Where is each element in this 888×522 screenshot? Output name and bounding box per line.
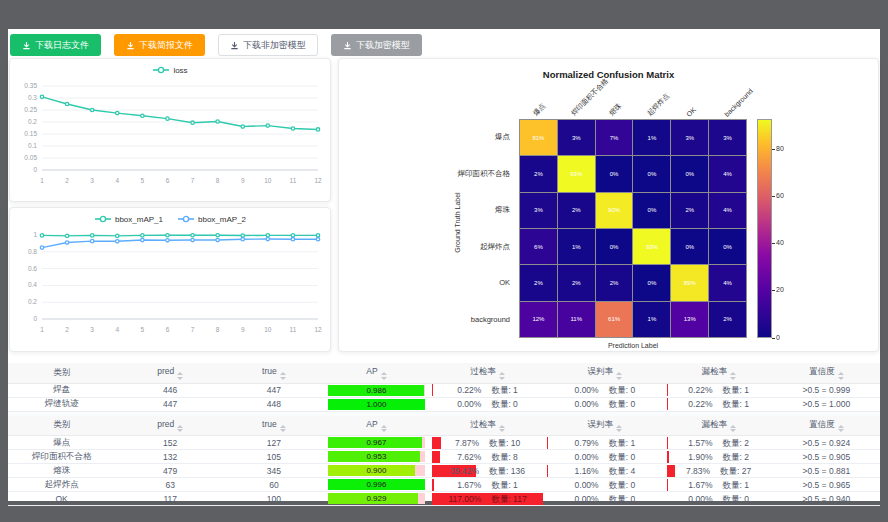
svg-text:6: 6 <box>166 326 170 333</box>
svg-text:6: 6 <box>166 177 170 184</box>
cell-pred: 447 <box>115 397 225 411</box>
column-header: AP <box>323 363 430 383</box>
misjudge-rate-bar: 0.79%数量: 1 <box>547 437 662 449</box>
matrix-row-labels: 爆点焊印面积不合格熔珠起焊炸点OKbackground <box>339 119 515 338</box>
miss-rate-bar: 1.90%数量: 2 <box>667 451 771 463</box>
colorbar-tick: 0 <box>776 334 780 341</box>
column-header: pred <box>115 416 225 436</box>
cell-true: 127 <box>225 436 323 450</box>
sort-caret[interactable] <box>499 372 505 380</box>
table-row: 熔珠4793450.90039.42%数量: 1361.16%数量: 47.83… <box>8 464 880 478</box>
svg-text:0.8: 0.8 <box>28 248 37 255</box>
cell-ap: 0.967 <box>323 436 430 450</box>
colorbar <box>757 119 772 338</box>
download-report-button[interactable]: 下载简报文件 <box>114 34 205 56</box>
confusion-matrix-grid: 81%3%7%1%3%3%2%93%0%0%0%4%3%2%90%0%2%4%6… <box>519 119 747 338</box>
cell-over-rate: 0.22%数量: 1 <box>430 383 545 397</box>
sort-caret[interactable] <box>280 425 286 433</box>
sort-caret[interactable] <box>280 372 286 380</box>
matrix-cell: 0% <box>633 193 670 228</box>
column-header: 漏检率 <box>665 416 773 436</box>
misjudge-rate-bar: 0.00%数量: 0 <box>547 384 662 396</box>
cell-over-rate: 39.42%数量: 136 <box>430 464 545 478</box>
misjudge-rate-bar: 0.00%数量: 0 <box>547 479 662 491</box>
column-header: 置信度 <box>773 363 880 383</box>
svg-text:9: 9 <box>241 177 245 184</box>
over-rate-bar: 0.00%数量: 0 <box>432 398 543 410</box>
line-series-icon <box>94 215 112 223</box>
svg-text:9: 9 <box>241 326 245 333</box>
svg-text:10: 10 <box>264 326 272 333</box>
cell-pred: 63 <box>115 478 225 492</box>
svg-text:5: 5 <box>141 326 145 333</box>
matrix-cell: 0% <box>671 156 708 191</box>
matrix-cell: 3% <box>558 120 595 155</box>
sort-caret[interactable] <box>616 372 622 380</box>
matrix-column-label: 熔珠 <box>607 101 624 118</box>
chart-legend: bbox_mAP_1bbox_mAP_2 <box>10 211 330 227</box>
sort-caret[interactable] <box>730 372 736 380</box>
ap-bar: 0.967 <box>328 437 425 448</box>
miss-rate-bar: 1.67%数量: 1 <box>667 479 771 491</box>
sort-caret[interactable] <box>177 425 183 433</box>
table-row: 焊印面积不合格1321050.9537.62%数量: 80.00%数量: 01.… <box>8 450 880 464</box>
sort-caret[interactable] <box>616 425 622 433</box>
loss-chart-card: loss 00.050.10.150.20.250.30.35123456789… <box>9 58 331 202</box>
cell-misjudge-rate: 0.00%数量: 0 <box>545 397 664 411</box>
cell-misjudge-rate: 0.00%数量: 0 <box>545 478 664 492</box>
svg-text:8: 8 <box>216 326 220 333</box>
map-line-chart: 00.20.40.60.81123456789101112 <box>10 227 330 347</box>
matrix-cell: 3% <box>671 120 708 155</box>
matrix-cell: 13% <box>671 302 708 337</box>
cell-pred: 446 <box>115 383 225 397</box>
legend-item[interactable]: loss <box>152 66 187 75</box>
svg-text:4: 4 <box>115 326 119 333</box>
matrix-cell: 2% <box>671 193 708 228</box>
cell-confidence: >0.5 = 0.924 <box>773 436 880 450</box>
colorbar-tick: 40 <box>776 239 784 246</box>
cell-miss-rate: 7.83%数量: 27 <box>665 464 773 478</box>
svg-text:0.15: 0.15 <box>24 130 37 137</box>
svg-text:4: 4 <box>115 177 119 184</box>
column-header: 误判率 <box>545 363 664 383</box>
download-icon <box>230 41 239 50</box>
cell-class: 焊盘 <box>8 383 115 397</box>
sort-caret[interactable] <box>838 372 844 380</box>
matrix-cell: 1% <box>558 229 595 264</box>
cell-ap: 0.900 <box>323 464 430 478</box>
download-icon <box>22 41 31 50</box>
svg-text:0.35: 0.35 <box>24 82 37 89</box>
legend-item[interactable]: bbox_mAP_1 <box>94 215 163 224</box>
column-header: true <box>225 363 323 383</box>
download-unencrypted-model-button[interactable]: 下载非加密模型 <box>218 34 318 56</box>
matrix-row-label: OK <box>339 265 515 302</box>
colorbar-tick: 60 <box>776 192 784 199</box>
matrix-cell: 11% <box>558 302 595 337</box>
matrix-cell: 4% <box>709 193 746 228</box>
sort-caret[interactable] <box>177 372 183 380</box>
svg-text:0.6: 0.6 <box>28 265 37 272</box>
matrix-row-label: 爆点 <box>339 119 515 156</box>
cell-class: 爆点 <box>8 436 115 450</box>
download-log-button[interactable]: 下载日志文件 <box>10 34 101 56</box>
cell-pred: 479 <box>115 464 225 478</box>
sort-caret[interactable] <box>730 425 736 433</box>
matrix-cell: 2% <box>558 265 595 300</box>
matrix-cell: 0% <box>633 156 670 191</box>
sort-caret[interactable] <box>499 425 505 433</box>
download-encrypted-model-button[interactable]: 下载加密模型 <box>331 34 422 56</box>
cell-true: 105 <box>225 450 323 464</box>
sort-caret[interactable] <box>381 425 387 433</box>
table-row: 焊盘4464470.9860.22%数量: 10.00%数量: 00.22%数量… <box>8 383 880 397</box>
sort-caret[interactable] <box>381 372 387 380</box>
column-header: 过检率 <box>430 363 545 383</box>
cell-true: 345 <box>225 464 323 478</box>
legend-item[interactable]: bbox_mAP_2 <box>177 215 246 224</box>
cell-ap: 0.996 <box>323 478 430 492</box>
svg-text:7: 7 <box>191 177 195 184</box>
cell-ap: 0.953 <box>323 450 430 464</box>
matrix-cell: 3% <box>520 193 557 228</box>
matrix-column-label: OK <box>685 106 697 118</box>
sort-caret[interactable] <box>838 425 844 433</box>
metrics-table-primary: 类别predtrueAP过检率误判率漏检率置信度焊盘4464470.9860.2… <box>8 363 880 412</box>
